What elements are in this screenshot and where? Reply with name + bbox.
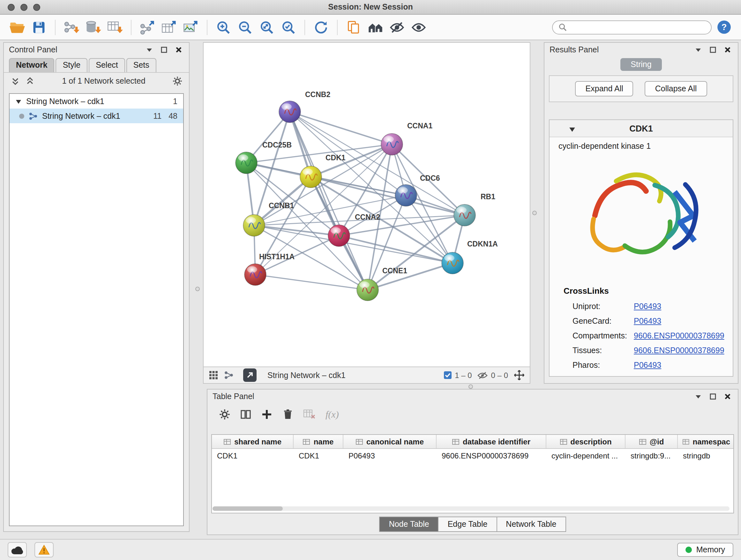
panel-menu-chevron-icon[interactable] xyxy=(144,44,154,55)
warnings-button[interactable] xyxy=(35,542,54,557)
expand-all-networks-icon[interactable] xyxy=(25,76,35,86)
section-disclosure-icon[interactable] xyxy=(569,126,576,133)
column-header-id[interactable]: @id xyxy=(625,435,678,448)
network-row-selected[interactable]: String Network – cdk1 11 48 xyxy=(10,109,183,123)
float-panel-icon[interactable] xyxy=(708,44,718,55)
panel-menu-chevron-icon[interactable] xyxy=(693,44,703,55)
memory-button[interactable]: Memory xyxy=(677,543,733,557)
zoom-in-button[interactable] xyxy=(214,17,233,37)
tab-sets[interactable]: Sets xyxy=(126,58,156,72)
delete-column-button[interactable] xyxy=(282,409,293,420)
refresh-view-button[interactable] xyxy=(312,17,331,37)
network-collection-row[interactable]: String Network – cdk1 1 xyxy=(10,94,183,109)
close-window-button[interactable] xyxy=(8,4,15,11)
tab-network[interactable]: Network xyxy=(9,58,55,72)
table-options-gear-icon[interactable] xyxy=(219,409,230,420)
open-session-button[interactable] xyxy=(8,17,27,37)
save-session-button[interactable] xyxy=(29,17,49,37)
cell-shared-name[interactable]: CDK1 xyxy=(212,449,293,463)
close-panel-icon[interactable] xyxy=(723,44,733,55)
close-panel-icon[interactable] xyxy=(174,44,184,55)
splitter-handle[interactable] xyxy=(195,287,200,291)
help-button[interactable]: ? xyxy=(714,17,733,37)
network-edge-CCNB2-CCNE1[interactable] xyxy=(290,112,367,290)
column-header-description[interactable]: description xyxy=(546,435,625,448)
protein-section-header[interactable]: CDK1 xyxy=(549,120,733,137)
scrollbar-thumb[interactable] xyxy=(212,506,283,511)
network-edge-CCNB1-CCNA2[interactable] xyxy=(254,226,339,236)
horizontal-scrollbar[interactable] xyxy=(212,506,730,511)
column-header-shared-name[interactable]: shared name xyxy=(212,435,293,448)
tab-node-table[interactable]: Node Table xyxy=(380,516,439,532)
string-results-tab[interactable]: String xyxy=(620,58,662,71)
splitter-handle[interactable] xyxy=(532,211,537,215)
cell-name[interactable]: CDK1 xyxy=(293,449,343,463)
crosslink-link-compartments[interactable]: 9606.ENSP00000378699 xyxy=(634,331,724,340)
import-network-file-button[interactable] xyxy=(62,17,81,37)
zoom-fit-button[interactable] xyxy=(257,17,276,37)
browser-home-button[interactable] xyxy=(366,17,385,37)
tab-style[interactable]: Style xyxy=(56,58,88,72)
float-panel-icon[interactable] xyxy=(159,44,169,55)
export-table-button[interactable] xyxy=(159,17,179,37)
cell-description[interactable]: cyclin-dependent ... xyxy=(546,449,625,463)
search-input[interactable] xyxy=(570,23,705,32)
add-column-button[interactable] xyxy=(261,409,273,420)
houses-icon xyxy=(367,19,383,35)
show-graphics-details-button[interactable] xyxy=(409,17,428,37)
birdseye-view-button[interactable] xyxy=(224,370,233,380)
column-header-name[interactable]: name xyxy=(293,435,343,448)
node-label-CDC25B: CDC25B xyxy=(262,141,292,149)
import-table-file-button[interactable] xyxy=(105,17,125,37)
grid-view-button[interactable] xyxy=(209,370,218,380)
network-edge-CDKN1A-CCNE1[interactable] xyxy=(367,263,453,290)
grid-icon xyxy=(209,370,218,380)
zoom-window-button[interactable] xyxy=(33,4,40,11)
close-panel-icon[interactable] xyxy=(723,391,733,401)
crosslink-link-pharos[interactable]: P06493 xyxy=(634,361,661,369)
expand-all-button[interactable]: Expand All xyxy=(576,81,633,97)
crosslink-link-genecard[interactable]: P06493 xyxy=(634,316,661,325)
network-edge-CCNA2-CDKN1A[interactable] xyxy=(339,236,453,263)
import-network-database-button[interactable] xyxy=(84,17,103,37)
crosslink-link-uniprot[interactable]: P06493 xyxy=(634,302,661,311)
search-box[interactable] xyxy=(552,20,712,34)
network-edge-CCNB2-RB1[interactable] xyxy=(290,112,465,215)
cell-id[interactable]: stringdb:9... xyxy=(625,449,678,463)
collapse-all-networks-icon[interactable] xyxy=(10,76,20,86)
disclosure-triangle-icon[interactable] xyxy=(15,98,22,105)
network-edge-CCNB2-CCNA1[interactable] xyxy=(290,112,392,144)
zoom-selected-button[interactable] xyxy=(279,17,298,37)
table-row[interactable]: CDK1 CDK1 P06493 9606.ENSP00000378699 cy… xyxy=(212,449,733,463)
network-canvas[interactable]: CCNB2CCNA1CDC25BCDK1CDC6RB1CCNB1CCNA2CDK… xyxy=(203,42,530,367)
minimize-window-button[interactable] xyxy=(20,4,27,11)
cloud-status-button[interactable] xyxy=(8,542,27,557)
column-header-database-identifier[interactable]: database identifier xyxy=(436,435,546,448)
crosslink-link-tissues[interactable]: 9606.ENSP00000378699 xyxy=(634,346,724,355)
network-edge-CDK1-CCNB1[interactable] xyxy=(254,177,311,226)
splitter-handle[interactable] xyxy=(468,384,473,389)
collapse-all-button[interactable]: Collapse All xyxy=(645,81,707,97)
tab-edge-table[interactable]: Edge Table xyxy=(439,516,497,532)
hide-graphics-details-button[interactable] xyxy=(387,17,407,37)
panel-menu-chevron-icon[interactable] xyxy=(693,391,703,401)
network-options-gear-icon[interactable] xyxy=(172,76,183,86)
pan-tool-button[interactable] xyxy=(514,370,525,381)
export-network-button[interactable] xyxy=(138,17,157,37)
tab-network-table[interactable]: Network Table xyxy=(497,516,566,532)
show-columns-button[interactable] xyxy=(240,409,252,420)
node-gloss-highlight xyxy=(302,169,313,175)
cell-database-identifier[interactable]: 9606.ENSP00000378699 xyxy=(436,449,546,463)
column-header-namespace[interactable]: namespac xyxy=(678,435,734,448)
refresh-icon xyxy=(313,19,329,35)
column-header-canonical-name[interactable]: canonical name xyxy=(343,435,436,448)
network-edge-HIST1H1A-CCNE1[interactable] xyxy=(255,274,367,290)
open-in-browser-button[interactable] xyxy=(243,368,257,382)
document-copy-button[interactable] xyxy=(344,17,363,37)
crosslink-row-genecard: GeneCard: P06493 xyxy=(549,314,733,328)
export-image-button[interactable] xyxy=(181,17,200,37)
zoom-out-button[interactable] xyxy=(235,17,255,37)
cell-canonical-name[interactable]: P06493 xyxy=(343,449,436,463)
tab-select[interactable]: Select xyxy=(89,58,125,72)
cell-namespace[interactable]: stringdb xyxy=(678,449,734,463)
